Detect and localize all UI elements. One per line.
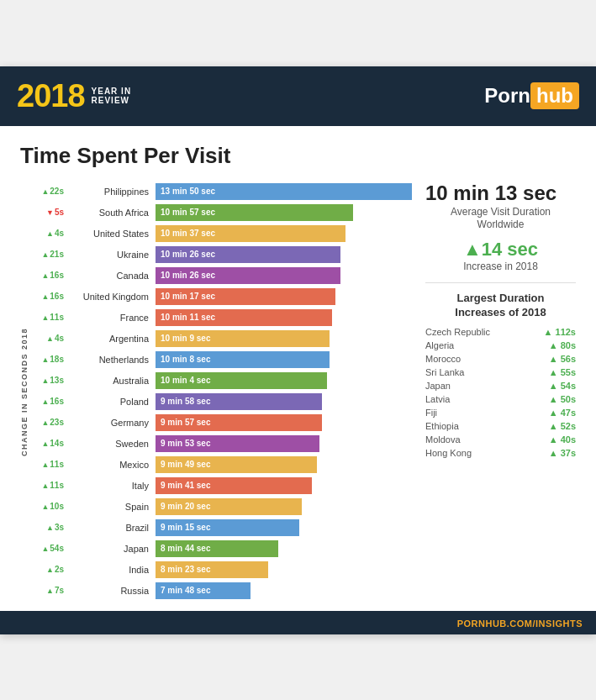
bar-container: 9 min 53 sec (156, 435, 412, 452)
bar-container: 9 min 57 sec (156, 414, 412, 431)
up-arrow-icon: ▲ (41, 250, 49, 259)
up-arrow-icon: ▲ (41, 482, 49, 490)
footer: PORNHUB.COM/INSIGHTS (0, 611, 596, 634)
bar-container: 10 min 26 sec (156, 267, 412, 284)
bar-label: 10 min 8 sec (161, 355, 210, 364)
country-label: Netherlands (69, 355, 149, 365)
country-label: Spain (69, 502, 149, 512)
bar: 9 min 58 sec (156, 393, 322, 410)
year-text: 2018 (17, 78, 85, 114)
average-duration: 10 min 13 sec (425, 182, 576, 204)
up-arrow-icon: ▲ (46, 334, 54, 343)
largest-value: ▲ 55s (549, 367, 576, 377)
chart-row: ▲ 7s Russia 7 min 48 sec (32, 582, 412, 600)
bar-label: 7 min 48 sec (161, 586, 210, 595)
up-arrow-icon: ▲ (46, 587, 54, 595)
change-value: ▲ 11s (32, 481, 64, 490)
up-arrow-icon: ▲ (41, 271, 49, 280)
bar-label: 9 min 58 sec (161, 397, 210, 406)
up-arrow-icon: ▲ (41, 292, 49, 301)
chart-row: ▲ 13s Australia 10 min 4 sec (32, 371, 412, 390)
up-arrow-icon: ▲ (41, 418, 49, 427)
bar: 10 min 4 sec (156, 372, 327, 389)
country-label: Argentina (69, 334, 149, 344)
largest-value: ▲ 52s (549, 421, 576, 431)
change-value: ▲ 23s (32, 418, 64, 427)
year-subtitle: YEAR IN REVIEW (92, 87, 132, 105)
average-stat-box: 10 min 13 sec Average Visit Duration Wor… (425, 182, 576, 273)
change-value: ▲ 18s (32, 355, 64, 364)
largest-list: Czech Republic ▲ 112s Algeria ▲ 80s Moro… (425, 327, 576, 458)
chart-row: ▲ 21s Ukraine 10 min 26 sec (32, 245, 412, 264)
change-value: ▲ 16s (32, 292, 64, 301)
bar-container: 10 min 57 sec (156, 204, 412, 221)
bar-label: 10 min 57 sec (161, 208, 215, 217)
largest-country: Czech Republic (425, 327, 490, 337)
chart-row: ▲ 22s Philippines 13 min 50 sec (32, 182, 412, 201)
largest-row: Morocco ▲ 56s (425, 354, 576, 364)
bar: 8 min 23 sec (156, 561, 268, 578)
change-value: ▲ 7s (32, 586, 64, 595)
largest-value: ▲ 50s (549, 394, 576, 404)
largest-country: Latvia (425, 394, 450, 404)
largest-row: Sri Lanka ▲ 55s (425, 367, 576, 377)
largest-value: ▲ 112s (544, 327, 576, 337)
country-label: Germany (69, 418, 149, 428)
change-value: ▲ 11s (32, 313, 64, 322)
bar-container: 10 min 8 sec (156, 351, 412, 368)
change-value: ▲ 10s (32, 502, 64, 511)
country-label: Poland (69, 397, 149, 407)
bar-container: 9 min 58 sec (156, 393, 412, 410)
bar: 9 min 53 sec (156, 435, 319, 452)
largest-value: ▲ 80s (549, 340, 576, 350)
country-label: Mexico (69, 460, 149, 470)
bar-label: 13 min 50 sec (161, 187, 215, 196)
largest-title: Largest DurationIncreases of 2018 (425, 292, 576, 320)
country-label: United Kingdom (69, 292, 149, 302)
year-sub-line1: YEAR IN (92, 87, 132, 96)
country-label: Italy (69, 481, 149, 491)
bar-container: 10 min 4 sec (156, 372, 412, 389)
bar-container: 8 min 44 sec (156, 540, 412, 557)
bar: 9 min 49 sec (156, 456, 317, 473)
bar-label: 10 min 11 sec (161, 313, 215, 322)
up-arrow-icon: ▲ (41, 439, 49, 448)
up-arrow-icon: ▲ (46, 566, 54, 574)
y-axis-label: CHANGE IN SECONDS 2018 (20, 328, 29, 456)
bar-container: 10 min 17 sec (156, 288, 412, 305)
change-value: ▲ 13s (32, 376, 64, 385)
year-sub-line2: REVIEW (92, 96, 132, 105)
up-arrow-icon: ▲ (41, 503, 49, 511)
bar-container: 10 min 11 sec (156, 309, 412, 326)
chart-row: ▲ 54s Japan 8 min 44 sec (32, 539, 412, 558)
chart-row: ▲ 2s India 8 min 23 sec (32, 561, 412, 579)
down-arrow-icon: ▼ (46, 208, 54, 217)
largest-value: ▲ 40s (549, 434, 576, 445)
chart-row: ▲ 11s Italy 9 min 41 sec (32, 476, 412, 495)
largest-country: Ethiopia (425, 421, 459, 431)
change-value: ▼ 5s (32, 208, 64, 217)
bar-label: 8 min 23 sec (161, 565, 210, 574)
bar-label: 9 min 57 sec (161, 418, 210, 427)
bar-label: 10 min 4 sec (161, 376, 210, 385)
bar-container: 9 min 41 sec (156, 477, 412, 494)
up-arrow-icon: ▲ (41, 461, 49, 469)
footer-url: PORNHUB.COM/INSIGHTS (457, 618, 583, 629)
card: 2018 YEAR IN REVIEW Porn hub Time Spent … (0, 66, 596, 634)
country-label: India (69, 565, 149, 575)
bar-label: 10 min 17 sec (161, 292, 215, 301)
increase-label: Increase in 2018 (425, 261, 576, 272)
up-arrow-icon: ▲ (46, 524, 54, 532)
change-value: ▲ 54s (32, 544, 64, 553)
chart-row: ▲ 10s Spain 9 min 20 sec (32, 497, 412, 516)
country-label: France (69, 313, 149, 323)
bar-label: 9 min 41 sec (161, 481, 210, 490)
chart-row: ▲ 14s Sweden 9 min 53 sec (32, 434, 412, 453)
chart-left: CHANGE IN SECONDS 2018 ▲ 22s Philippines… (20, 182, 412, 603)
bar: 10 min 9 sec (156, 330, 330, 347)
year-badge: 2018 YEAR IN REVIEW (17, 78, 131, 114)
chart-row: ▲ 11s France 10 min 11 sec (32, 308, 412, 327)
chart-row: ▲ 18s Netherlands 10 min 8 sec (32, 350, 412, 369)
largest-country: Hong Kong (425, 448, 472, 458)
change-value: ▲ 16s (32, 397, 64, 406)
